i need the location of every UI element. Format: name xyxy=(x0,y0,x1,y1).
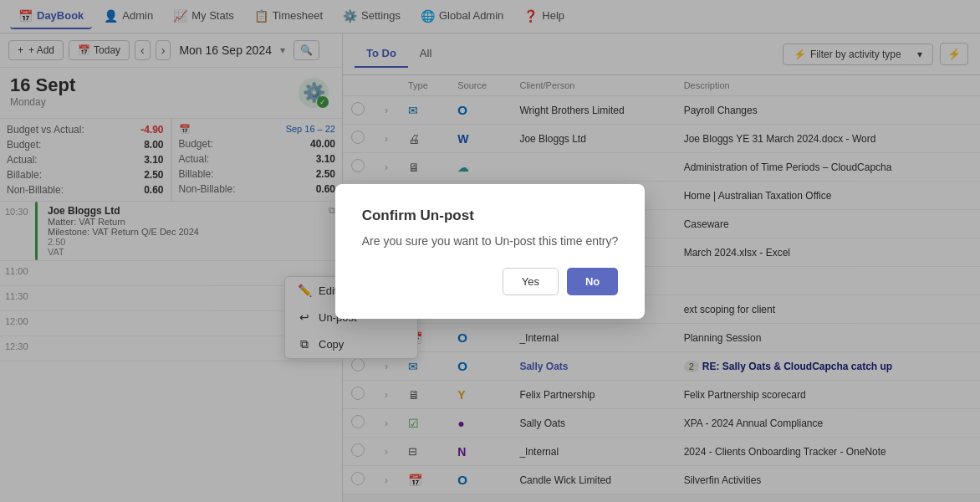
modal-no-button[interactable]: No xyxy=(567,268,618,295)
confirm-unpost-modal: Confirm Un-post Are you sure you want to… xyxy=(335,184,646,319)
modal-yes-button[interactable]: Yes xyxy=(503,268,559,295)
modal-body: Are you sure you want to Un-post this ti… xyxy=(362,234,619,248)
modal-overlay: Confirm Un-post Are you sure you want to… xyxy=(0,0,980,502)
modal-actions: Yes No xyxy=(362,268,619,295)
modal-title: Confirm Un-post xyxy=(362,207,619,224)
